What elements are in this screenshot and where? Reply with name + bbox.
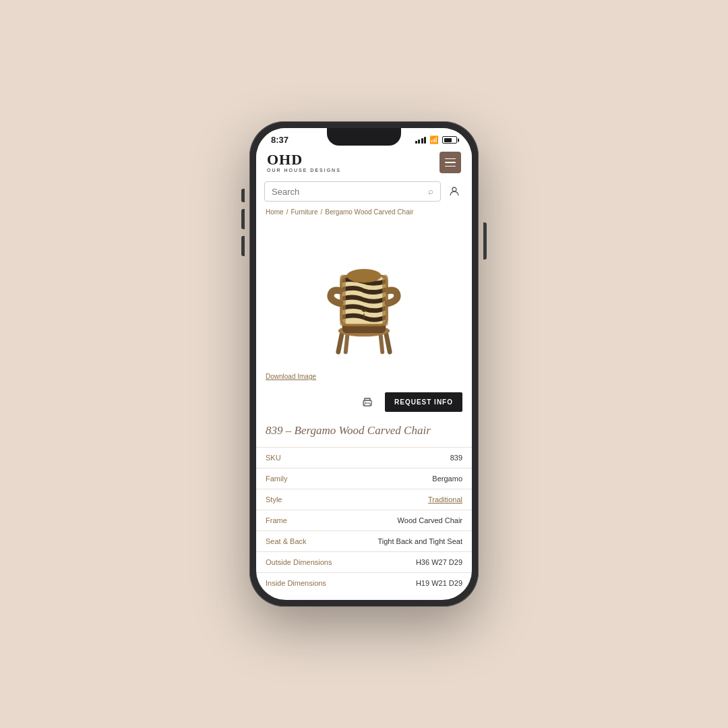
logo: OHD OUR HOUSE DESIGNS	[267, 152, 341, 173]
svg-line-1	[338, 332, 342, 353]
svg-rect-15	[365, 403, 370, 406]
table-row: StyleTraditional	[256, 489, 472, 510]
spec-label: Inside Dimensions	[256, 573, 354, 594]
signal-icon	[415, 137, 427, 144]
product-image	[307, 228, 421, 356]
product-image-area	[256, 221, 472, 369]
spec-value: 839	[354, 448, 473, 468]
mute-button[interactable]	[241, 189, 245, 202]
table-row: FamilyBergamo	[256, 468, 472, 489]
user-icon-button[interactable]	[445, 182, 464, 201]
product-title: 839 – Bergamo Wood Carved Chair	[256, 421, 472, 447]
spec-label: Family	[256, 468, 354, 489]
search-input-wrap[interactable]: ⌕	[264, 181, 441, 202]
download-link-row: Download Image	[256, 369, 472, 392]
spec-value: Tight Back and Tight Seat	[354, 531, 473, 552]
action-bar: REQUEST INFO	[256, 392, 472, 421]
spec-label: Frame	[256, 510, 354, 531]
table-row: SKU839	[256, 448, 472, 468]
spec-value: H36 W27 D29	[354, 552, 473, 573]
spec-label: Seat & Back	[256, 531, 354, 552]
breadcrumb-current: Bergamo Wood Carved Chair	[325, 208, 413, 216]
spec-label: Style	[256, 489, 354, 510]
request-info-button[interactable]: REQUEST INFO	[385, 392, 462, 412]
spec-value: Wood Carved Chair	[354, 510, 473, 531]
breadcrumb-furniture[interactable]: Furniture	[291, 208, 317, 216]
search-input[interactable]	[272, 187, 424, 197]
spec-value[interactable]: Traditional	[354, 489, 473, 510]
spec-value: Bergamo	[354, 468, 473, 489]
status-icons: 📶	[415, 135, 458, 144]
svg-point-16	[365, 401, 366, 402]
download-image-link[interactable]: Download Image	[266, 373, 316, 380]
svg-point-12	[347, 269, 382, 282]
phone-screen: 8:37 📶 OHD OUR HOUSE DESIGNS	[256, 128, 472, 600]
breadcrumb: Home / Furniture / Bergamo Wood Carved C…	[256, 207, 472, 221]
table-row: FrameWood Carved Chair	[256, 510, 472, 531]
app-header: OHD OUR HOUSE DESIGNS	[256, 148, 472, 179]
spec-label: SKU	[256, 448, 354, 468]
wifi-icon: 📶	[429, 135, 439, 144]
svg-point-0	[452, 187, 456, 191]
table-row: Seat & BackTight Back and Tight Seat	[256, 531, 472, 552]
search-icon: ⌕	[428, 186, 433, 197]
logo-subtitle: OUR HOUSE DESIGNS	[267, 168, 341, 173]
specs-table: SKU839FamilyBergamoStyleTraditionalFrame…	[256, 447, 472, 593]
table-row: Outside DimensionsH36 W27 D29	[256, 552, 472, 573]
power-button[interactable]	[483, 222, 487, 260]
spec-label: Outside Dimensions	[256, 552, 354, 573]
status-time: 8:37	[271, 135, 289, 145]
search-row: ⌕	[256, 179, 472, 207]
notch	[327, 128, 401, 146]
table-row: Inside DimensionsH19 W21 D29	[256, 573, 472, 594]
scroll-content[interactable]: Download Image REQUEST INFO 839 – Bergam…	[256, 221, 472, 600]
spec-value: H19 W21 D29	[354, 573, 473, 594]
volume-up-button[interactable]	[241, 209, 245, 229]
volume-down-button[interactable]	[241, 236, 245, 256]
battery-icon	[442, 136, 457, 144]
phone-frame: 8:37 📶 OHD OUR HOUSE DESIGNS	[249, 121, 479, 607]
menu-button[interactable]	[439, 152, 461, 173]
svg-line-2	[386, 332, 390, 353]
print-button[interactable]	[358, 393, 377, 412]
breadcrumb-home[interactable]: Home	[266, 208, 284, 216]
logo-main: OHD	[267, 152, 341, 167]
